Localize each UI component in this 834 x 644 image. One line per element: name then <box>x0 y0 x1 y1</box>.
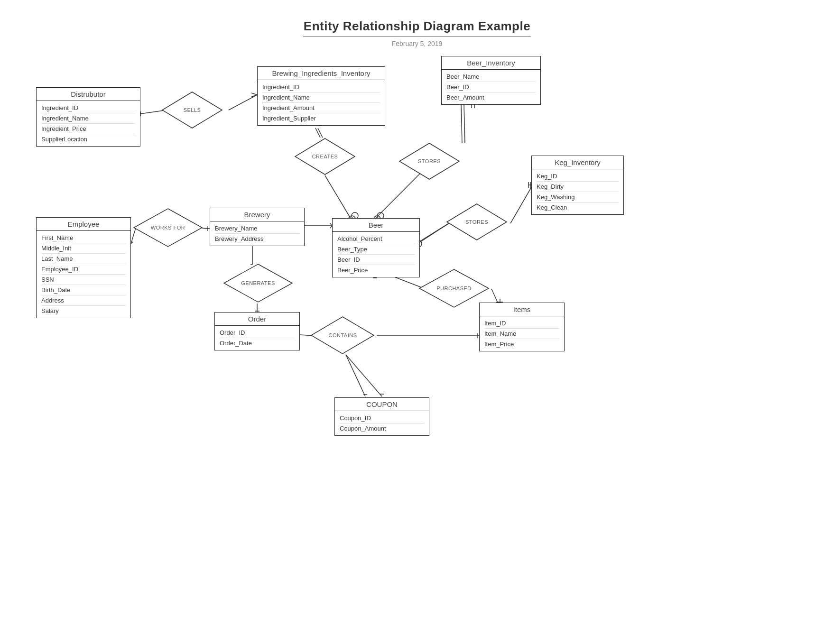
attr: Ingredient_ID <box>41 103 135 113</box>
svg-line-12 <box>417 223 449 243</box>
attr: Order_ID <box>220 328 295 338</box>
attr: SupplierLocation <box>41 134 135 144</box>
svg-line-7 <box>325 175 351 219</box>
entity-brewing-body: Ingredient_ID Ingredient_Name Ingredient… <box>258 80 385 125</box>
attr: Beer_Amount <box>446 92 536 102</box>
attr: Item_Name <box>484 329 559 339</box>
entity-employee: Employee First_Name Middle_Init Last_Nam… <box>36 217 131 318</box>
entity-keg-inventory: Keg_Inventory Keg_ID Keg_Dirty Keg_Washi… <box>531 156 624 215</box>
attr: Salary <box>41 306 126 316</box>
entity-items-header: Items <box>480 303 564 316</box>
entity-beer: Beer Alcohol_Percent Beer_Type Beer_ID B… <box>332 218 420 277</box>
diamond-sells: SELLS <box>161 91 223 129</box>
entity-brewery: Brewery Brewery_Name Brewery_Address <box>210 208 305 246</box>
creates-label: CREATES <box>312 154 338 159</box>
diagram-container: Entity Relationship Diagram Example Febr… <box>0 0 834 644</box>
attr: Alcohol_Percent <box>337 234 415 244</box>
works-for-label: WORKS FOR <box>151 225 185 230</box>
entity-items-body: Item_ID Item_Name Item_Price <box>480 316 564 351</box>
attr: Employee_ID <box>41 264 126 275</box>
entity-items: Items Item_ID Item_Name Item_Price <box>479 303 565 351</box>
attr: First_Name <box>41 233 126 243</box>
entity-beer-inventory-body: Beer_Name Beer_ID Beer_Amount <box>442 70 540 104</box>
svg-line-11 <box>510 187 531 223</box>
diamond-purchased: PURCHASED <box>418 268 490 308</box>
stores2-label: STORES <box>465 219 488 225</box>
svg-line-2 <box>251 93 257 95</box>
attr: Ingredient_Price <box>41 124 135 134</box>
attr: Address <box>41 295 126 306</box>
attr: Keg_Dirty <box>537 182 619 192</box>
diamond-stores1: STORES <box>398 142 460 180</box>
attr: Ingredient_Supplier <box>262 113 380 123</box>
attr: Order_Date <box>220 338 295 348</box>
attr: Ingredient_Name <box>262 92 380 103</box>
diamond-stores2: STORES <box>446 203 508 241</box>
entity-beer-header: Beer <box>333 219 419 232</box>
diamond-generates: GENERATES <box>223 263 293 303</box>
attr: Middle_Init <box>41 243 126 254</box>
attr: Ingredient_Amount <box>262 103 380 113</box>
stores1-label: STORES <box>418 158 441 164</box>
entity-brewery-header: Brewery <box>210 208 304 221</box>
title-underline <box>303 37 531 37</box>
svg-line-5 <box>318 128 323 138</box>
attr: Keg_Clean <box>537 202 619 212</box>
entity-brewing-header: Brewing_Ingredients_Inventory <box>258 67 385 80</box>
svg-line-3 <box>251 95 257 97</box>
entity-distrubutor-header: Distrubutor <box>37 88 140 101</box>
entity-coupon: COUPON Coupon_ID Coupon_Amount <box>334 397 429 436</box>
diamond-creates: CREATES <box>294 138 356 175</box>
attr: Brewery_Address <box>215 234 299 244</box>
attr: Brewery_Name <box>215 223 299 234</box>
entity-employee-body: First_Name Middle_Init Last_Name Employe… <box>37 231 130 318</box>
entity-brewery-body: Brewery_Name Brewery_Address <box>210 221 304 246</box>
generates-label: GENERATES <box>241 280 275 286</box>
attr: Coupon_ID <box>340 413 424 423</box>
entity-distrubutor: Distrubutor Ingredient_ID Ingredient_Nam… <box>36 87 140 147</box>
svg-line-8 <box>461 104 462 143</box>
attr: Keg_Washing <box>537 192 619 202</box>
attr: SSN <box>41 275 126 285</box>
entity-order-header: Order <box>215 313 299 326</box>
title-date: February 5, 2019 <box>0 40 834 47</box>
attr: Ingredient_Name <box>41 113 135 124</box>
attr: Beer_ID <box>446 82 536 92</box>
svg-line-9 <box>464 104 465 143</box>
attr: Birth_Date <box>41 285 126 295</box>
title-area: Entity Relationship Diagram Example Febr… <box>0 19 834 47</box>
svg-line-33 <box>346 355 365 396</box>
svg-line-6 <box>315 128 320 138</box>
attr: Last_Name <box>41 254 126 264</box>
entity-distrubutor-body: Ingredient_ID Ingredient_Name Ingredient… <box>37 101 140 146</box>
entity-coupon-header: COUPON <box>335 398 429 411</box>
entity-brewing-ingredients: Brewing_Ingredients_Inventory Ingredient… <box>257 66 385 126</box>
page-title: Entity Relationship Diagram Example <box>0 19 834 34</box>
attr: Item_ID <box>484 318 559 329</box>
svg-line-27 <box>491 289 498 304</box>
attr: Item_Price <box>484 339 559 349</box>
svg-line-53 <box>346 355 382 396</box>
diamond-works-for: WORKS FOR <box>133 208 203 248</box>
sells-label: SELLS <box>184 107 201 113</box>
attr: Beer_Type <box>337 244 415 255</box>
entity-order-body: Order_ID Order_Date <box>215 326 299 350</box>
entity-beer-inventory-header: Beer_Inventory <box>442 56 540 70</box>
diamond-contains: CONTAINS <box>311 316 375 355</box>
entity-keg-inventory-body: Keg_ID Keg_Dirty Keg_Washing Keg_Clean <box>532 169 623 214</box>
attr: Beer_Price <box>337 265 415 275</box>
svg-line-16 <box>202 228 210 229</box>
purchased-label: PURCHASED <box>436 285 472 291</box>
attr: Beer_Name <box>446 72 536 82</box>
svg-line-1 <box>229 95 257 110</box>
svg-line-35 <box>417 223 449 244</box>
entity-coupon-body: Coupon_ID Coupon_Amount <box>335 411 429 435</box>
contains-label: CONTAINS <box>328 332 357 338</box>
attr: Keg_ID <box>537 171 619 182</box>
entity-beer-inventory: Beer_Inventory Beer_Name Beer_ID Beer_Am… <box>441 56 541 105</box>
attr: Beer_ID <box>337 255 415 265</box>
entity-keg-inventory-header: Keg_Inventory <box>532 156 623 169</box>
attr: Coupon_Amount <box>340 423 424 433</box>
entity-beer-body: Alcohol_Percent Beer_Type Beer_ID Beer_P… <box>333 232 419 277</box>
entity-employee-header: Employee <box>37 218 130 231</box>
